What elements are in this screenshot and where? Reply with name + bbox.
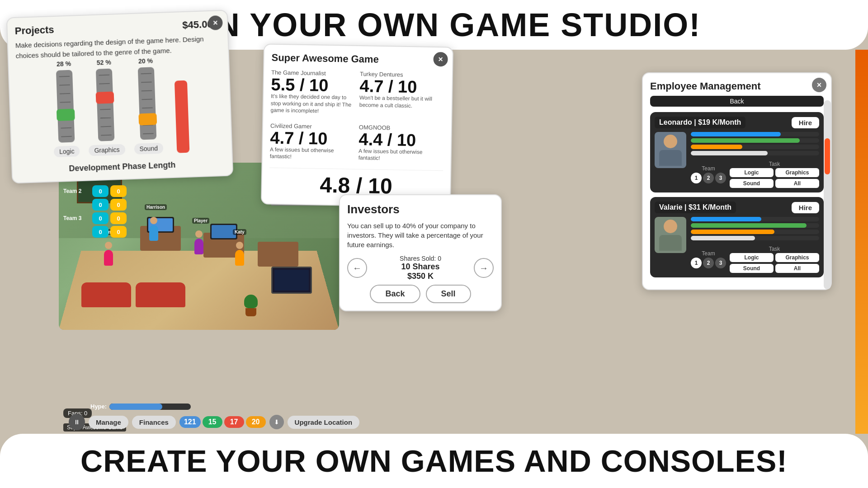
leonardo-bottom: Team 1 2 3 Task Logic Graphics Sound [691,161,819,188]
finances-button[interactable]: Finances [132,416,176,429]
team3-stat2: 0 [110,212,127,224]
investors-back-button[interactable]: Back [370,285,420,303]
character-katy: Katy [235,242,244,266]
leonardo-stat-3-fill [691,145,742,149]
review-2-score: 4.7 / 10 [359,77,445,96]
review-2: Turkey Dentures 4.7 / 10 Won't be a best… [359,70,445,117]
shares-count: 10 Shares [400,262,441,272]
leonardo-stat-2-bg [691,138,819,143]
sound-pct: 20 % [138,57,153,65]
sound-label: Sound [134,143,163,155]
valarie-task-logic[interactable]: Logic [730,253,774,262]
leonardo-team-1[interactable]: 1 [691,173,702,183]
valarie-hire-button[interactable]: Hire [792,202,819,213]
logic-slider-track[interactable] [56,70,75,143]
leonardo-stat-1-bg [691,132,819,136]
bottom-action-row: ⏸ Manage Finances 121 15 17 20 ⬇ Upgrade… [69,414,359,430]
tv-screen [271,267,312,294]
hype-label: Hype: [90,403,107,410]
leonardo-team-3[interactable]: 3 [715,173,726,183]
leonardo-team-2[interactable]: 2 [703,173,714,183]
projects-close-button[interactable]: × [208,15,223,30]
stat-badge-121: 121 [179,416,201,428]
team2-row2: 0 0 [63,199,127,211]
valarie-team-1[interactable]: 1 [691,258,702,268]
valarie-task-label-wrapper: Task Logic Graphics Sound All [730,246,819,273]
investors-next-button[interactable]: → [474,258,494,278]
valarie-task-sound[interactable]: Sound [730,264,774,273]
leonardo-task-graphics[interactable]: Graphics [775,168,819,177]
graphics-slider-group: 52 % Graphics [86,58,125,156]
leonardo-task-sound[interactable]: Sound [730,179,774,188]
review-divider [269,168,443,171]
logic-slider-thumb[interactable] [57,109,75,121]
upgrade-button[interactable]: Upgrade Location [288,416,360,429]
manage-button[interactable]: Manage [89,416,128,429]
sound-slider-track[interactable] [138,67,157,140]
employee-back-button[interactable]: Back [650,96,824,107]
leonardo-header: Leonardo | $19 K/Month Hire [655,117,819,128]
review-2-text: Won't be a bestseller but it will become… [359,94,445,110]
leonardo-task-logic[interactable]: Logic [730,168,774,177]
investors-nav: ← Shares Sold: 0 10 Shares $350 K → [347,255,494,281]
review-1-text: It's like they decided one day to stop w… [270,93,356,116]
leonardo-stat-2-fill [691,138,800,143]
leonardo-stat-1-fill [691,132,781,136]
employee-panel-title: Employee Management [650,80,824,92]
team3-label: Team 3 [63,215,90,221]
valarie-task-all[interactable]: All [775,264,819,273]
leonardo-content: Team 1 2 3 Task Logic Graphics Sound [655,132,819,188]
valarie-task-graphics[interactable]: Graphics [775,253,819,262]
scroll-thumb[interactable] [825,138,830,174]
investors-prev-button[interactable]: ← [347,258,367,278]
investors-sell-button[interactable]: Sell [426,285,471,303]
valarie-name-salary: Valarie | $31 K/Month [655,202,736,213]
reviews-game-title: Super Awesome Game [271,52,445,67]
valarie-stat-3-bg [691,230,819,234]
progress-bar [175,80,190,153]
team2-stat4: 0 [110,199,127,211]
leonardo-task-label-wrapper: Task Logic Graphics Sound All [730,161,819,188]
valarie-team-3[interactable]: 3 [715,258,726,268]
amy-body [104,250,113,266]
graphics-slider-track[interactable] [96,69,115,141]
valarie-team-selector: Team 1 2 3 [691,250,726,268]
review-3: Civilized Gamer 4.7 / 10 A few issues bu… [270,122,355,161]
download-button[interactable]: ⬇ [269,415,284,429]
bottom-banner-text: CREATE YOUR OWN GAMES AND CONSOLES! [80,443,788,479]
logic-label: Logic [54,145,80,157]
harrison-label: Harrison [145,204,167,210]
player-label: Player [192,218,209,224]
graphics-slider-thumb[interactable] [96,91,114,103]
player-head [195,230,203,238]
reviews-close-button[interactable]: × [433,52,448,67]
plant [244,295,258,316]
stat-badge-17: 17 [224,416,244,428]
valarie-team-2[interactable]: 2 [703,258,714,268]
team3-stat3: 0 [92,226,108,238]
projects-description: Make decisions regarding the design of t… [15,33,221,61]
team-info: Team 2 0 0 0 0 Team 3 0 0 0 0 [63,185,127,239]
hype-bar-bg [109,404,191,410]
katy-body [235,250,244,266]
valarie-stat-4-bg [691,236,819,240]
pause-button[interactable]: ⏸ [69,414,85,430]
leonardo-stat-4-bg [691,151,819,155]
katy-label: Katy [233,229,246,235]
sound-slider-thumb[interactable] [138,113,157,125]
shares-info: Shares Sold: 0 10 Shares $350 K [400,255,441,281]
leonardo-hire-button[interactable]: Hire [792,117,819,128]
hype-row: Hype: [90,403,191,410]
reviews-grid: The Game Journalist 5.5 / 10 It's like t… [269,69,445,168]
valarie-header: Valarie | $31 K/Month Hire [655,202,819,213]
investors-title: Investors [347,202,494,216]
harrison-body [149,225,158,241]
team3-stat4: 0 [110,226,127,238]
sound-slider-group: 20 % Sound [131,57,164,155]
harrison-head [150,217,157,224]
player-body [194,239,203,254]
leonardo-task-all[interactable]: All [775,179,819,188]
reviews-panel: × Super Awesome Game The Game Journalist… [261,43,453,207]
employee-close-button[interactable]: × [812,78,826,92]
scroll-indicator[interactable] [824,100,831,289]
